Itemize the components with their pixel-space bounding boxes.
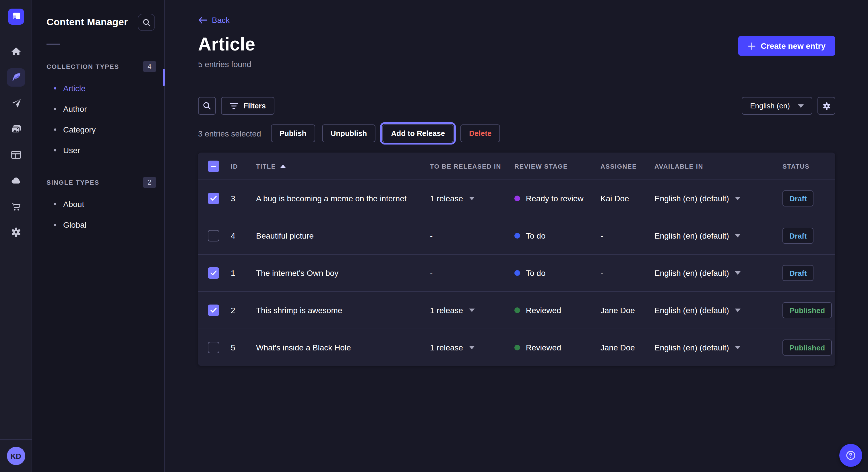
- cell-available-in[interactable]: English (en) (default): [654, 194, 782, 203]
- settings-gear-icon[interactable]: [7, 223, 25, 241]
- sidebar-item-category[interactable]: Category: [32, 119, 164, 140]
- filters-button[interactable]: Filters: [221, 97, 274, 115]
- stage-dot-icon: [515, 233, 520, 239]
- selection-count: 3 entries selected: [198, 129, 261, 138]
- row-checkbox[interactable]: [208, 342, 219, 353]
- row-checkbox[interactable]: [208, 305, 219, 316]
- cell-id: 2: [231, 306, 256, 315]
- chevron-down-icon: [735, 234, 741, 237]
- row-checkbox[interactable]: [208, 193, 219, 204]
- cell-available-in[interactable]: English (en) (default): [654, 231, 782, 240]
- home-icon[interactable]: [7, 42, 25, 61]
- cell-title: This shrimp is awesome: [256, 306, 430, 315]
- section-count-badge: 4: [143, 61, 156, 72]
- cell-status: Draft: [782, 265, 835, 281]
- main-nav-rail: KD: [0, 0, 32, 472]
- column-header-title[interactable]: TITLE: [256, 163, 430, 169]
- table-row[interactable]: 1 The internet's Own boy - To do - Engli…: [198, 254, 835, 291]
- cell-assignee: Jane Doe: [600, 343, 654, 352]
- delete-button[interactable]: Delete: [460, 125, 500, 142]
- sidebar-item-user[interactable]: User: [32, 140, 164, 161]
- sidebar-item-label: User: [63, 146, 80, 155]
- table-row[interactable]: 4 Beautiful picture - To do - English (e…: [198, 217, 835, 254]
- column-header-available-in[interactable]: AVAILABLE IN: [654, 163, 782, 169]
- cell-assignee: -: [600, 231, 654, 240]
- status-badge: Draft: [782, 191, 814, 206]
- cell-available-in[interactable]: English (en) (default): [654, 343, 782, 352]
- chevron-down-icon: [469, 197, 474, 200]
- column-header-released[interactable]: TO BE RELEASED IN: [430, 163, 515, 169]
- table-row[interactable]: 2 This shrimp is awesome 1 release Revie…: [198, 291, 835, 329]
- cell-status: Published: [782, 302, 835, 318]
- cell-id: 1: [231, 268, 256, 278]
- cell-released-in: -: [430, 231, 515, 240]
- view-settings-button[interactable]: [817, 97, 835, 115]
- cell-released-in[interactable]: 1 release: [430, 306, 515, 315]
- cell-review-stage: Ready to review: [515, 194, 600, 203]
- cell-released-in[interactable]: 1 release: [430, 194, 515, 203]
- column-header-assignee[interactable]: ASSIGNEE: [600, 163, 654, 169]
- user-avatar[interactable]: KD: [7, 447, 25, 465]
- locale-select[interactable]: English (en): [741, 97, 812, 115]
- stage-dot-icon: [515, 307, 520, 313]
- indeterminate-icon: [210, 163, 217, 169]
- media-library-icon[interactable]: [7, 120, 25, 138]
- sidebar-item-author[interactable]: Author: [32, 99, 164, 119]
- rail-bottom: KD: [0, 439, 32, 465]
- status-badge: Draft: [782, 228, 814, 244]
- strapi-logo[interactable]: [8, 9, 24, 25]
- column-header-review-stage[interactable]: REVIEW STAGE: [515, 163, 600, 169]
- subnav-title: Content Manager: [46, 16, 128, 28]
- gear-icon: [822, 101, 831, 110]
- chevron-down-icon: [735, 197, 741, 200]
- send-icon[interactable]: [7, 94, 25, 112]
- feather-content-icon[interactable]: [7, 68, 25, 87]
- cell-released-in[interactable]: 1 release: [430, 343, 515, 352]
- locale-value: English (en): [750, 102, 790, 110]
- column-header-status[interactable]: STATUS: [782, 163, 835, 169]
- bullet-icon: [54, 224, 56, 226]
- cell-review-stage: Reviewed: [515, 306, 600, 315]
- search-icon: [203, 102, 211, 110]
- table-row[interactable]: 5 What's inside a Black Hole 1 release R…: [198, 329, 835, 366]
- chevron-down-icon: [469, 346, 474, 349]
- cell-id: 3: [231, 194, 256, 203]
- back-link[interactable]: Back: [198, 15, 229, 25]
- publish-button[interactable]: Publish: [271, 125, 315, 142]
- marketplace-cart-icon[interactable]: [7, 197, 25, 216]
- unpublish-button[interactable]: Unpublish: [322, 125, 375, 142]
- cell-available-in[interactable]: English (en) (default): [654, 268, 782, 278]
- row-checkbox[interactable]: [208, 267, 219, 279]
- rail-divider-top: [0, 33, 32, 33]
- add-to-release-button[interactable]: Add to Release: [382, 125, 454, 142]
- cell-available-in[interactable]: English (en) (default): [654, 306, 782, 315]
- create-new-entry-button[interactable]: Create new entry: [738, 36, 835, 56]
- filters-label: Filters: [243, 102, 266, 110]
- cell-title: What's inside a Black Hole: [256, 343, 430, 352]
- cell-title: The internet's Own boy: [256, 268, 430, 278]
- select-all-checkbox[interactable]: [208, 160, 219, 172]
- cloud-icon[interactable]: [7, 171, 25, 190]
- chevron-down-icon: [735, 271, 741, 275]
- section-label: COLLECTION TYPES: [46, 63, 119, 70]
- sidebar-item-about[interactable]: About: [32, 194, 164, 214]
- cell-title: Beautiful picture: [256, 231, 430, 240]
- cell-id: 4: [231, 231, 256, 240]
- create-button-label: Create new entry: [761, 41, 826, 50]
- cell-status: Draft: [782, 228, 835, 244]
- status-badge: Draft: [782, 265, 814, 281]
- page-title: Article: [198, 34, 255, 55]
- search-entries-button[interactable]: [198, 97, 216, 115]
- section-single-types: SINGLE TYPES 2 About Global: [32, 177, 164, 235]
- sidebar-item-article[interactable]: Article: [32, 78, 164, 99]
- help-button[interactable]: [839, 444, 862, 467]
- list-toolbar: Filters English (en): [198, 97, 835, 115]
- table-header-row: ID TITLE TO BE RELEASED IN REVIEW STAGE …: [198, 153, 835, 179]
- bullet-icon: [54, 108, 56, 110]
- sidebar-item-global[interactable]: Global: [32, 214, 164, 235]
- subnav-search-button[interactable]: [138, 14, 155, 31]
- row-checkbox[interactable]: [208, 230, 219, 241]
- column-header-id[interactable]: ID: [231, 163, 256, 169]
- table-row[interactable]: 3 A bug is becoming a meme on the intern…: [198, 179, 835, 217]
- content-type-builder-icon[interactable]: [7, 146, 25, 164]
